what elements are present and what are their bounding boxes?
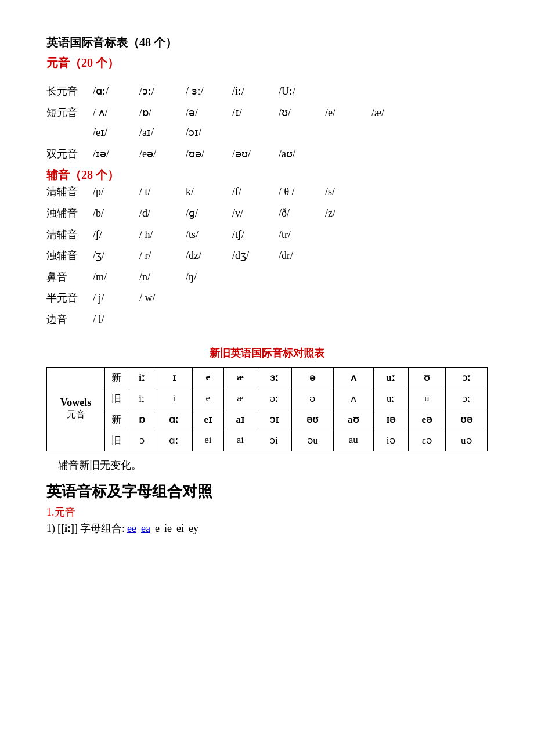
vd2-1: /ʒ/ — [93, 247, 139, 265]
v1-6: /s/ — [325, 183, 371, 201]
cell-o1-6: ə — [291, 388, 333, 409]
voiceless2-row: 清辅音 /ʃ/ / h/ /ts/ /tʃ/ /tr/ — [46, 226, 488, 244]
combo-ipa: [iː] — [61, 523, 74, 534]
cell-o2-7: au — [334, 430, 374, 451]
short-vowel-2: /ɒ/ — [139, 104, 186, 122]
cell-n1-5: ɜː — [257, 367, 291, 388]
table-row: 旧 iː i e æ əː ə ʌ uː u ɔː — [47, 388, 488, 409]
short-vowel-5: /ʊ/ — [279, 104, 325, 122]
big-section-title: 英语音标及字母组合对照 — [46, 481, 488, 502]
cell-o2-6: əu — [291, 430, 333, 451]
v1-1: /p/ — [93, 183, 139, 201]
long-vowel-1: /ɑː/ — [93, 82, 139, 100]
long-vowel-2: /ɔː/ — [139, 82, 186, 100]
cell-o1-1: iː — [128, 388, 156, 409]
cell-n1-10: ɔː — [445, 367, 487, 388]
voiceless1-label: 清辅音 — [46, 183, 93, 201]
cell-n1-8: uː — [373, 367, 408, 388]
nasal-1: /m/ — [93, 268, 139, 286]
nasal-row: 鼻音 /m/ /n/ /ŋ/ — [46, 268, 488, 286]
combo-ey: ey — [189, 523, 199, 535]
vd2-4: /dʒ/ — [232, 247, 279, 265]
combo-ipa-bracket: [[iː]] — [57, 522, 78, 535]
cell-o1-5: əː — [257, 388, 291, 409]
diphthong-1: /ɪə/ — [93, 145, 139, 163]
nasal-3: /ŋ/ — [186, 268, 232, 286]
table-row: Vowels 元音 新 iː ɪ e æ ɜː ə ʌ uː ʊ ɔː — [47, 367, 488, 388]
short-vowel-10: /ɔɪ/ — [186, 124, 232, 142]
old-label-2: 旧 — [105, 430, 128, 451]
new-label-1: 新 — [105, 367, 128, 388]
short-vowel-9: /aɪ/ — [139, 124, 186, 142]
long-vowel-label: 长元音 — [46, 82, 93, 100]
combo-ie: ie — [164, 523, 172, 535]
combo-ee[interactable]: ee — [127, 523, 136, 535]
vowel-subsection-label: 1.元音 — [46, 505, 488, 519]
cell-o1-2: i — [156, 388, 193, 409]
comparison-section: 新旧英语国际音标对照表 Vowels 元音 新 iː ɪ e æ ɜː ə ʌ … — [46, 346, 488, 472]
vd1-3: /ɡ/ — [186, 204, 232, 222]
short-vowel-1: / ʌ/ — [93, 104, 139, 122]
v1-5: / θ / — [279, 183, 325, 201]
cell-n1-3: e — [192, 367, 223, 388]
v1-4: /f/ — [232, 183, 279, 201]
cell-n2-9: eə — [408, 409, 445, 430]
cell-n1-6: ə — [291, 367, 333, 388]
v2-5: /tr/ — [279, 226, 325, 244]
cell-n1-7: ʌ — [334, 367, 374, 388]
lateral-row: 边音 / l/ — [46, 311, 488, 329]
v2-1: /ʃ/ — [93, 226, 139, 244]
cell-o1-4: æ — [224, 388, 257, 409]
lateral-1: / l/ — [93, 311, 139, 329]
vd1-2: /d/ — [139, 204, 186, 222]
v1-3: k/ — [186, 183, 232, 201]
cell-o1-3: e — [192, 388, 223, 409]
combo-ea[interactable]: ea — [141, 523, 150, 535]
cell-o1-10: ɔː — [445, 388, 487, 409]
diphthong-4: /əʊ/ — [232, 145, 279, 163]
vowels-chinese: 元音 — [49, 409, 102, 421]
vd2-2: / r/ — [139, 247, 186, 265]
ipa-comparison-table: Vowels 元音 新 iː ɪ e æ ɜː ə ʌ uː ʊ ɔː 旧 iː… — [46, 367, 488, 451]
cell-o1-9: u — [408, 388, 445, 409]
combo-ei: ei — [176, 523, 184, 535]
cell-n2-5: ɔɪ — [257, 409, 291, 430]
cell-n2-2: ɑː — [156, 409, 193, 430]
v1-2: / t/ — [139, 183, 186, 201]
short-vowel-7: /æ/ — [371, 104, 418, 122]
vd1-5: /ð/ — [279, 204, 325, 222]
diphthong-5: /aʊ/ — [279, 145, 325, 163]
cell-n1-4: æ — [224, 367, 257, 388]
voiceless1-row: 清辅音 /p/ / t/ k/ /f/ / θ / /s/ — [46, 183, 488, 201]
cell-n1-9: ʊ — [408, 367, 445, 388]
diphthong-row: 双元音 /ɪə/ /eə/ /ʊə/ /əʊ/ /aʊ/ — [46, 145, 488, 163]
voiced1-label: 浊辅音 — [46, 204, 93, 222]
cell-o2-3: ei — [192, 430, 223, 451]
cell-n1-2: ɪ — [156, 367, 193, 388]
vowels-label-cell: Vowels 元音 — [47, 367, 105, 451]
v2-4: /tʃ/ — [232, 226, 279, 244]
cell-o2-9: εə — [408, 430, 445, 451]
cell-o2-4: ai — [224, 430, 257, 451]
main-title-section: 英语国际音标表（48 个） 元音（20 个） — [46, 35, 488, 71]
short-vowel-label: 短元音 — [46, 104, 93, 122]
new-label-2: 新 — [105, 409, 128, 430]
combo-label-text: 字母组合: — [80, 521, 125, 535]
semi-label: 半元音 — [46, 289, 93, 307]
voiced2-row: 浊辅音 /ʒ/ / r/ /dz/ /dʒ/ /dr/ — [46, 247, 488, 265]
combo-number: 1) — [46, 523, 55, 535]
short-vowel-3: /ə/ — [186, 104, 232, 122]
diphthong-label: 双元音 — [46, 145, 93, 163]
cell-n2-4: aɪ — [224, 409, 257, 430]
semi-row: 半元音 / j/ / w/ — [46, 289, 488, 307]
cell-o1-8: uː — [373, 388, 408, 409]
comparison-title: 新旧英语国际音标对照表 — [46, 346, 488, 360]
consonant-section-header: 辅音（28 个） — [46, 167, 488, 183]
cell-n2-7: aʊ — [334, 409, 374, 430]
vowel-section-header: 元音（20 个） — [46, 55, 488, 71]
voiced2-label: 浊辅音 — [46, 247, 93, 265]
cell-o2-2: ɑː — [156, 430, 193, 451]
cell-n2-3: eɪ — [192, 409, 223, 430]
vd1-6: /z/ — [325, 204, 371, 222]
cell-n2-1: ɒ — [128, 409, 156, 430]
